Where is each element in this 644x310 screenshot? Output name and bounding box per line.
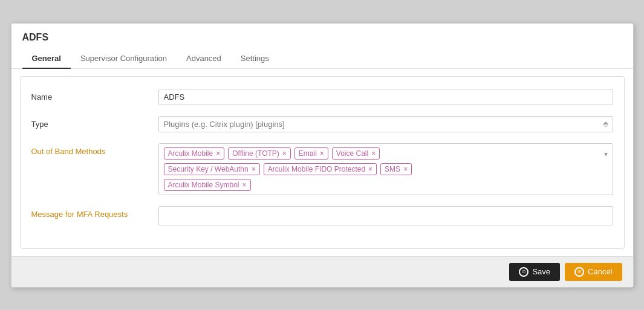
type-select-wrapper: Plugins (e.g. Citrix plugin) [plugins] ⬘ [158, 116, 613, 132]
oob-tags-row-2: Security Key / WebAuthn × Arculix Mobile… [164, 163, 608, 175]
tag-arculix-symbol-label: Arculix Mobile Symbol [168, 181, 239, 189]
tag-offline-totp: Offline (TOTP) × [228, 147, 291, 160]
save-label: Save [532, 267, 550, 276]
tag-voice-call-remove[interactable]: × [371, 150, 376, 157]
cancel-icon: ⊘ [574, 267, 584, 277]
tag-email-remove[interactable]: × [320, 150, 324, 157]
footer: ⊙ Save ⊘ Cancel [11, 256, 633, 287]
tab-advanced[interactable]: Advanced [177, 49, 231, 69]
tag-security-key-label: Security Key / WebAuthn [168, 165, 249, 173]
tab-general[interactable]: General [22, 49, 71, 69]
oob-row: Out of Band Methods Arculix Mobile × Off… [31, 143, 613, 195]
tag-arculix-fido-label: Arculix Mobile FIDO Protected [268, 165, 365, 173]
tag-sms-label: SMS [385, 165, 400, 173]
oob-dropdown-arrow-icon[interactable]: ▾ [604, 150, 608, 158]
form-content: Name Type Plugins (e.g. Citrix plugin) [… [20, 76, 625, 249]
tab-bar: General Supervisor Configuration Advance… [11, 49, 633, 69]
tag-voice-call-label: Voice Call [336, 149, 368, 158]
tag-security-key: Security Key / WebAuthn × [164, 163, 260, 175]
type-label: Type [31, 116, 158, 129]
tag-arculix-mobile-label: Arculix Mobile [168, 149, 213, 158]
window-title: ADFS [11, 24, 633, 49]
tag-email-label: Email [299, 149, 317, 158]
name-input[interactable] [158, 89, 613, 105]
save-button[interactable]: ⊙ Save [509, 263, 560, 281]
name-label: Name [31, 89, 158, 102]
tag-arculix-symbol: Arculix Mobile Symbol × [164, 179, 251, 191]
tag-security-key-remove[interactable]: × [252, 166, 256, 173]
tag-voice-call: Voice Call × [332, 147, 380, 160]
tag-arculix-fido-remove[interactable]: × [368, 166, 372, 173]
tag-arculix-mobile-remove[interactable]: × [216, 150, 220, 157]
tab-supervisor[interactable]: Supervisor Configuration [71, 49, 177, 69]
save-icon: ⊙ [519, 267, 529, 277]
type-row: Type Plugins (e.g. Citrix plugin) [plugi… [31, 116, 613, 132]
name-field-wrapper [158, 89, 613, 105]
oob-tags-container[interactable]: Arculix Mobile × Offline (TOTP) × Email … [158, 143, 613, 195]
type-select[interactable]: Plugins (e.g. Citrix plugin) [plugins] [158, 116, 613, 132]
tag-offline-totp-remove[interactable]: × [282, 150, 287, 157]
type-field-wrapper: Plugins (e.g. Citrix plugin) [plugins] ⬘ [158, 116, 613, 132]
message-row: Message for MFA Requests [31, 206, 613, 225]
tag-arculix-fido: Arculix Mobile FIDO Protected × [264, 163, 377, 175]
tag-sms: SMS × [380, 163, 412, 175]
tab-settings[interactable]: Settings [231, 49, 279, 69]
message-input[interactable] [158, 206, 613, 225]
tag-email: Email × [294, 147, 328, 160]
tag-sms-remove[interactable]: × [403, 166, 408, 173]
oob-label: Out of Band Methods [31, 143, 158, 156]
oob-tags-row-3: Arculix Mobile Symbol × [164, 179, 608, 191]
name-row: Name [31, 89, 613, 105]
oob-tags-row: Arculix Mobile × Offline (TOTP) × Email … [164, 147, 608, 160]
message-label: Message for MFA Requests [31, 206, 158, 219]
oob-field-wrapper: Arculix Mobile × Offline (TOTP) × Email … [158, 143, 613, 195]
tag-arculix-symbol-remove[interactable]: × [242, 181, 247, 189]
message-field-wrapper [158, 206, 613, 225]
cancel-button[interactable]: ⊘ Cancel [565, 263, 622, 281]
cancel-label: Cancel [588, 267, 612, 276]
tag-arculix-mobile: Arculix Mobile × [164, 147, 225, 160]
main-window: ADFS General Supervisor Configuration Ad… [11, 23, 634, 288]
tag-offline-totp-label: Offline (TOTP) [232, 149, 279, 158]
